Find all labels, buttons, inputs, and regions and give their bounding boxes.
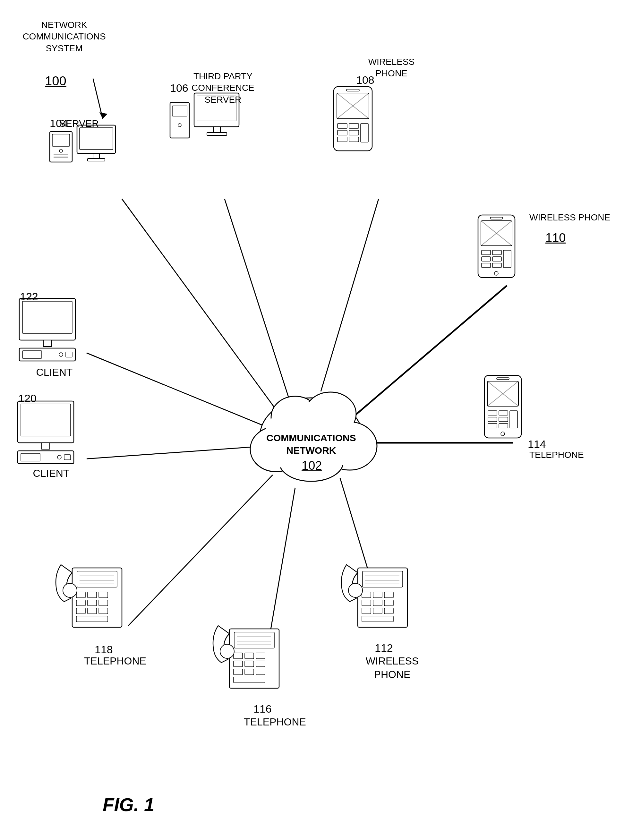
svg-point-107 [63, 583, 77, 598]
svg-rect-73 [499, 417, 508, 422]
network-label: COMMUNICATIONS NETWORK [266, 432, 356, 457]
svg-rect-97 [76, 592, 85, 598]
svg-marker-11 [99, 112, 108, 119]
svg-rect-125 [363, 571, 403, 587]
svg-rect-121 [256, 669, 265, 675]
svg-rect-66 [487, 381, 519, 406]
tel118-number: 118 [95, 643, 113, 656]
svg-rect-85 [18, 401, 74, 443]
svg-line-1 [225, 199, 289, 398]
svg-line-5 [128, 475, 273, 626]
svg-rect-108 [229, 629, 279, 688]
svg-rect-60 [493, 257, 502, 261]
svg-rect-61 [482, 263, 491, 267]
client122-label: CLIENT [26, 366, 82, 379]
tel116-number: 116 [253, 703, 272, 715]
phone112-label: TELEPHONE [529, 449, 584, 461]
svg-rect-105 [99, 608, 108, 614]
phone108-label: WIRELESS PHONE [363, 56, 420, 80]
server-label: SERVER [59, 117, 99, 130]
svg-rect-32 [88, 159, 105, 161]
svg-rect-56 [490, 217, 503, 219]
svg-point-21 [275, 400, 315, 434]
svg-rect-80 [43, 340, 51, 346]
svg-rect-47 [338, 130, 347, 135]
svg-rect-25 [52, 134, 70, 146]
svg-line-42 [337, 93, 369, 119]
svg-rect-119 [233, 669, 242, 675]
svg-rect-133 [373, 600, 382, 606]
svg-line-43 [337, 93, 369, 119]
svg-rect-81 [19, 348, 76, 361]
svg-rect-92 [72, 568, 122, 627]
svg-rect-100 [76, 600, 85, 606]
svg-line-10 [93, 79, 103, 119]
svg-rect-104 [88, 608, 97, 614]
svg-rect-99 [99, 592, 108, 598]
svg-rect-135 [362, 608, 371, 614]
client122-number: 122 [20, 290, 38, 303]
svg-rect-122 [233, 677, 265, 683]
svg-point-35 [178, 124, 181, 127]
svg-rect-49 [338, 137, 347, 142]
svg-line-9 [86, 446, 266, 459]
svg-rect-46 [349, 124, 359, 128]
svg-rect-51 [361, 124, 368, 142]
svg-rect-118 [256, 661, 265, 667]
svg-rect-38 [213, 127, 221, 133]
svg-rect-40 [334, 86, 372, 151]
svg-rect-76 [510, 411, 517, 428]
svg-rect-57 [482, 250, 491, 255]
svg-rect-115 [256, 653, 265, 659]
svg-point-26 [59, 149, 63, 153]
svg-rect-113 [233, 653, 242, 659]
svg-rect-86 [21, 404, 71, 436]
conference-number: 106 [170, 82, 188, 94]
svg-rect-33 [170, 103, 189, 138]
svg-rect-120 [245, 669, 254, 675]
svg-rect-71 [499, 411, 508, 415]
tel118-label: TELEPHONE [84, 655, 140, 668]
svg-point-64 [494, 272, 498, 275]
svg-point-16 [305, 392, 356, 436]
svg-line-54 [481, 221, 512, 246]
svg-rect-45 [338, 124, 347, 128]
svg-rect-52 [478, 215, 515, 278]
svg-rect-30 [80, 128, 113, 150]
client120-number: 120 [18, 392, 37, 405]
svg-line-68 [487, 381, 519, 406]
svg-rect-138 [362, 616, 393, 622]
svg-rect-103 [76, 608, 85, 614]
svg-rect-28 [54, 157, 68, 158]
svg-rect-106 [76, 616, 108, 622]
phone112-number: 114 [528, 438, 546, 451]
phone110-number: 110 [545, 231, 565, 245]
svg-rect-53 [481, 221, 512, 246]
svg-line-0 [122, 199, 279, 414]
svg-rect-132 [362, 600, 371, 606]
svg-rect-41 [337, 93, 369, 119]
svg-rect-58 [493, 250, 502, 255]
svg-rect-59 [482, 257, 491, 261]
svg-rect-50 [349, 137, 359, 142]
svg-rect-82 [22, 351, 42, 358]
svg-rect-65 [485, 375, 521, 438]
network-number: 102 [301, 459, 322, 472]
svg-rect-24 [50, 131, 72, 162]
svg-point-83 [59, 353, 63, 357]
svg-rect-130 [373, 592, 382, 598]
svg-line-8 [86, 353, 266, 427]
diagram: .line { stroke: #000; stroke-width: 3; f… [0, 0, 624, 840]
svg-rect-134 [385, 600, 393, 606]
svg-rect-89 [21, 453, 40, 461]
client120-label: CLIENT [23, 467, 79, 480]
svg-rect-69 [497, 378, 509, 380]
svg-line-67 [487, 381, 519, 406]
svg-point-123 [220, 644, 234, 658]
svg-rect-75 [499, 423, 508, 428]
system-number: 100 [45, 74, 66, 88]
phone110-label: WIRELESS PHONE [529, 212, 610, 223]
svg-rect-34 [172, 106, 187, 116]
svg-line-2 [321, 199, 378, 391]
svg-rect-109 [234, 632, 274, 648]
